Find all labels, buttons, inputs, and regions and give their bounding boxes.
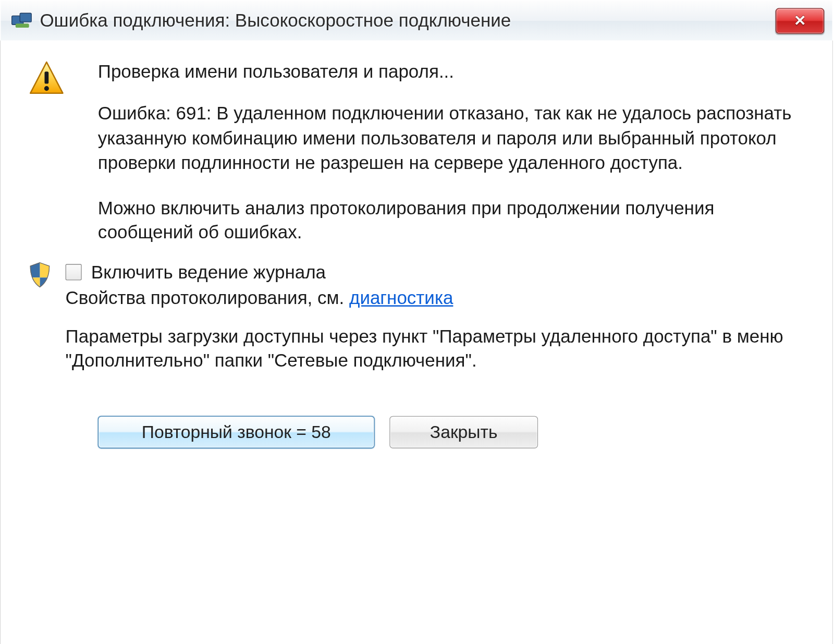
close-button-label: Закрыть [430, 421, 498, 444]
window-title: Ошибка подключения: Высокоскоростное под… [40, 10, 511, 31]
titlebar[interactable]: Ошибка подключения: Высокоскоростное под… [0, 0, 833, 41]
svg-rect-1 [44, 71, 48, 83]
dialog-window: Ошибка подключения: Высокоскоростное под… [0, 0, 833, 644]
network-connection-icon [11, 8, 36, 33]
window-close-button[interactable]: ✕ [776, 8, 824, 33]
message-error: Ошибка: 691: В удаленном подключении отк… [98, 102, 805, 176]
enable-logging-label: Включить ведение журнала [91, 260, 326, 284]
enable-logging-checkbox[interactable] [66, 264, 82, 280]
params-text: Параметры загрузки доступны через пункт … [66, 324, 805, 373]
close-icon: ✕ [794, 12, 806, 30]
message-checking: Проверка имени пользователя и пароля... [98, 59, 805, 84]
dialog-body: Проверка имени пользователя и пароля... … [0, 41, 833, 644]
button-row: Повторный звонок = 58 Закрыть [98, 416, 805, 448]
diagnostics-link[interactable]: диагностика [349, 288, 453, 308]
warning-icon [28, 59, 71, 98]
svg-point-2 [44, 86, 49, 91]
redial-button[interactable]: Повторный звонок = 58 [98, 416, 375, 448]
close-button[interactable]: Закрыть [389, 416, 538, 448]
logging-properties-text: Свойства протоколирования, см. [66, 288, 349, 308]
uac-shield-icon [28, 261, 55, 295]
redial-button-label: Повторный звонок = 58 [142, 421, 331, 444]
message-hint: Можно включить анализ протоколирования п… [98, 196, 805, 245]
